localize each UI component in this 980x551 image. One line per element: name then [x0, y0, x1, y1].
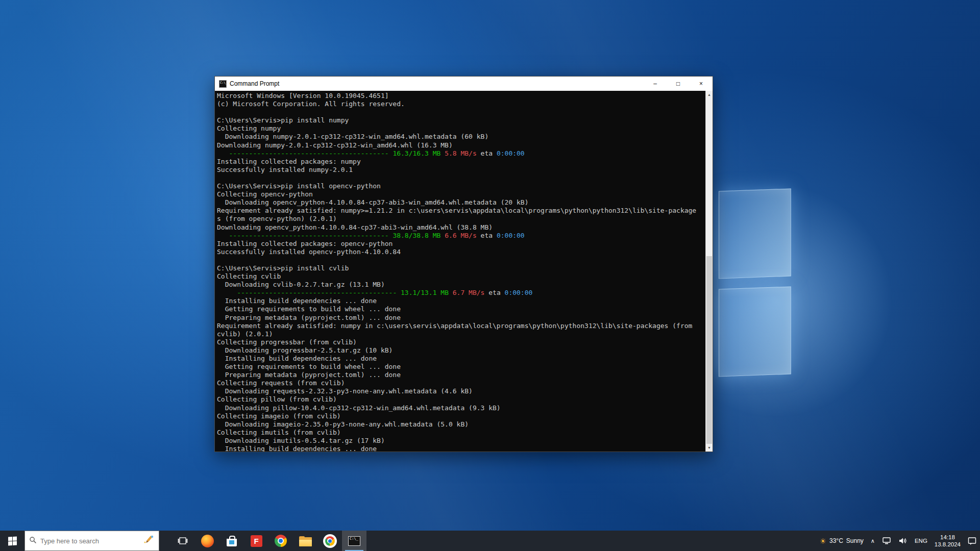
chrome-icon: [275, 535, 287, 547]
terminal-line: Requirement already satisfied: numpy in …: [217, 322, 705, 330]
terminal-line: C:\Users\Servis>pip install opencv-pytho…: [217, 182, 705, 190]
f-app-icon: F: [251, 535, 262, 547]
terminal-line: Installing build dependencies ... done: [217, 297, 705, 305]
terminal-line: cvlib) (2.0.1): [217, 330, 705, 338]
terminal-line: Downloading pillow-10.4.0-cp312-cp312-wi…: [217, 404, 705, 412]
terminal-line: C:\Users\Servis>pip install cvlib: [217, 264, 705, 272]
action-center-button[interactable]: [964, 531, 980, 551]
taskbar-app-f[interactable]: F: [244, 531, 268, 551]
file-explorer-icon: [299, 536, 312, 546]
weather-temp: 33°C: [829, 537, 843, 544]
taskbar-search[interactable]: [24, 531, 159, 551]
volume-control[interactable]: [895, 531, 911, 551]
search-icon: [29, 536, 37, 546]
weather-widget[interactable]: ☀ 33°C Sunny: [816, 531, 867, 551]
network-icon: [882, 537, 891, 545]
maximize-button[interactable]: □: [667, 77, 690, 91]
taskbar-app-chrome-profile[interactable]: [317, 531, 342, 551]
terminal-line: [217, 174, 705, 182]
terminal-line: ----------------------------------------…: [217, 232, 705, 240]
terminal-line: Downloading opencv_python-4.10.0.84-cp37…: [217, 223, 705, 232]
terminal-line: Collecting cvlib: [217, 272, 705, 281]
wallpaper-window-pane-bottom: [719, 287, 791, 377]
terminal-line: Collecting numpy: [217, 124, 705, 133]
terminal-line: (c) Microsoft Corporation. All rights re…: [217, 100, 705, 108]
terminal-line: Installing collected packages: opencv-py…: [217, 240, 705, 248]
command-prompt-window: C:\_ Command Prompt – □ × Microsoft Wind…: [214, 76, 713, 452]
show-hidden-icons-button[interactable]: ∧: [867, 531, 878, 551]
command-prompt-taskbar-icon: C:\_: [348, 536, 360, 546]
network-status[interactable]: [878, 531, 895, 551]
terminal-line: s (from opencv-python) (2.0.1): [217, 215, 705, 223]
terminal-line: ----------------------------------------…: [217, 289, 705, 297]
terminal-line: Installing collected packages: numpy: [217, 158, 705, 166]
terminal-line: [217, 256, 705, 264]
windows-logo-icon: [8, 536, 17, 545]
terminal-line: [217, 108, 705, 116]
speaker-icon: [898, 537, 908, 545]
action-center-icon: [968, 537, 976, 545]
taskbar-app-command-prompt[interactable]: C:\_: [342, 531, 366, 551]
terminal-line: Collecting imutils (from cvlib): [217, 429, 705, 437]
scroll-up-arrow-icon[interactable]: ▲: [706, 91, 713, 98]
search-highlights-icon[interactable]: [142, 534, 155, 547]
close-button[interactable]: ×: [690, 77, 713, 91]
system-tray: ☀ 33°C Sunny ∧ ENG 14:18 13.8.2024: [816, 531, 980, 551]
search-input[interactable]: [40, 537, 139, 545]
terminal-line: Downloading imutils-0.5.4.tar.gz (17 kB): [217, 437, 705, 445]
terminal-line: Downloading cvlib-0.2.7.tar.gz (13.1 MB): [217, 281, 705, 289]
start-button[interactable]: [0, 531, 24, 551]
taskbar-app-store[interactable]: [219, 531, 244, 551]
sun-icon: ☀: [820, 537, 826, 545]
window-title: Command Prompt: [230, 80, 279, 87]
clock-time: 14:18: [940, 534, 955, 541]
scroll-down-arrow-icon[interactable]: ▼: [706, 444, 713, 452]
taskbar: F C:\_ ☀ 33°C Sunny ∧: [0, 531, 980, 551]
terminal-scrollbar[interactable]: ▲ ▼: [705, 91, 713, 452]
terminal-line: Collecting pillow (from cvlib): [217, 395, 705, 404]
task-view-button[interactable]: [170, 531, 195, 551]
terminal-line: Successfully installed numpy-2.0.1: [217, 166, 705, 174]
taskbar-clock[interactable]: 14:18 13.8.2024: [931, 531, 964, 551]
weather-condition: Sunny: [846, 537, 864, 544]
terminal-line: Collecting opencv-python: [217, 190, 705, 198]
terminal-line: Downloading requests-2.32.3-py3-none-any…: [217, 387, 705, 395]
terminal-line: Preparing metadata (pyproject.toml) ... …: [217, 371, 705, 379]
window-titlebar[interactable]: C:\_ Command Prompt – □ ×: [215, 77, 713, 91]
terminal-line: Collecting requests (from cvlib): [217, 379, 705, 387]
chrome-profile-icon: [323, 534, 337, 548]
command-prompt-icon: C:\_: [219, 80, 227, 88]
minimize-button[interactable]: –: [644, 77, 667, 91]
scrollbar-thumb[interactable]: [706, 256, 712, 444]
terminal-line: Collecting progressbar (from cvlib): [217, 338, 705, 346]
terminal-line: ----------------------------------------…: [217, 149, 705, 158]
terminal-line: Installing build dependencies ... done: [217, 355, 705, 363]
taskbar-app-chrome[interactable]: [268, 531, 293, 551]
taskbar-app-firefox[interactable]: [195, 531, 219, 551]
clock-date: 13.8.2024: [935, 541, 961, 548]
firefox-icon: [201, 535, 214, 547]
command-prompt-taskbar-icon-glyph: C:\_: [349, 537, 360, 541]
terminal-line: Getting requirements to build wheel ... …: [217, 363, 705, 371]
terminal-line: Downloading numpy-2.0.1-cp312-cp312-win_…: [217, 141, 705, 149]
wallpaper-window-pane-top: [719, 189, 791, 279]
terminal-line: Downloading numpy-2.0.1-cp312-cp312-win_…: [217, 133, 705, 141]
terminal-line: Downloading imageio-2.35.0-py3-none-any.…: [217, 420, 705, 429]
task-view-icon: [178, 536, 188, 546]
terminal[interactable]: Microsoft Windows [Version 10.0.19045.46…: [215, 91, 713, 452]
terminal-line: Microsoft Windows [Version 10.0.19045.46…: [217, 92, 705, 100]
command-prompt-icon-glyph: C:\_: [219, 81, 226, 84]
terminal-line: Installing build dependencies ... done: [217, 445, 705, 452]
terminal-line: Requirement already satisfied: numpy>=1.…: [217, 207, 705, 215]
terminal-output: Microsoft Windows [Version 10.0.19045.46…: [217, 92, 705, 452]
terminal-line: Downloading progressbar-2.5.tar.gz (10 k…: [217, 346, 705, 355]
terminal-line: Collecting imageio (from cvlib): [217, 412, 705, 420]
terminal-line: Getting requirements to build wheel ... …: [217, 305, 705, 313]
terminal-line: C:\Users\Servis>pip install numpy: [217, 116, 705, 124]
microsoft-store-icon: [227, 539, 237, 546]
chevron-up-icon: ∧: [871, 538, 875, 544]
terminal-line: Preparing metadata (pyproject.toml) ... …: [217, 314, 705, 322]
taskbar-app-file-explorer[interactable]: [293, 531, 317, 551]
terminal-line: Downloading opencv_python-4.10.0.84-cp37…: [217, 198, 705, 207]
language-indicator[interactable]: ENG: [911, 531, 931, 551]
